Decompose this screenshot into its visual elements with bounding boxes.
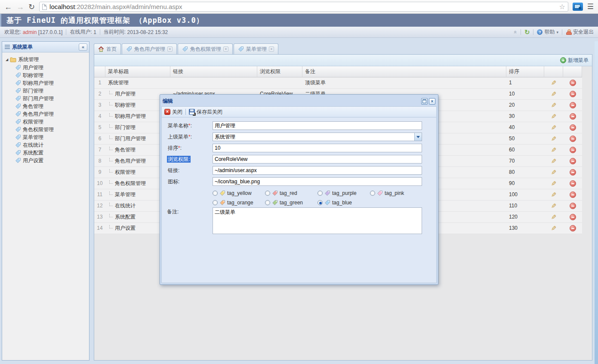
refresh-icon[interactable]: ↻ — [524, 28, 530, 36]
forward-icon[interactable]: → — [16, 3, 24, 11]
edit-pencil-icon[interactable]: ✎ — [551, 189, 557, 200]
tab-close-icon[interactable]: × — [167, 46, 173, 52]
sidebar-tree-item[interactable]: 职称用户管理 — [2, 79, 89, 87]
sidebar-tree-item[interactable]: 菜单管理 — [2, 133, 89, 141]
text-input[interactable] — [213, 155, 422, 163]
sidebar-tree-item[interactable]: 权限管理 — [2, 118, 89, 126]
edit-pencil-icon[interactable]: ✎ — [551, 100, 557, 111]
delete-icon[interactable] — [570, 113, 576, 120]
back-icon[interactable]: ← — [4, 3, 12, 11]
delete-icon[interactable] — [570, 124, 576, 131]
add-menu-button[interactable]: + 新增菜单 — [560, 57, 589, 64]
edit-pencil-icon[interactable]: ✎ — [551, 133, 557, 144]
header-sort[interactable]: 排序 — [506, 66, 544, 77]
tab[interactable]: 角色权限管理 × — [178, 43, 233, 54]
bookmark-star-icon[interactable]: ☆ — [559, 3, 565, 11]
maximize-icon[interactable] — [421, 98, 428, 105]
icon-radio-option[interactable]: tag_pink — [370, 188, 422, 198]
edit-pencil-icon[interactable]: ✎ — [551, 201, 557, 211]
url-bar[interactable]: localhost:20282/main.aspx#/admin/menu.as… — [39, 2, 568, 12]
text-input[interactable] — [213, 121, 422, 130]
delete-icon[interactable] — [570, 225, 576, 231]
edit-pencil-icon[interactable]: ✎ — [551, 89, 557, 99]
logout-button[interactable]: 安全退出 — [566, 28, 594, 36]
save-and-close-button[interactable]: × 保存后关闭 — [189, 108, 222, 116]
delete-icon[interactable] — [570, 180, 576, 187]
sidebar-tree-item[interactable]: 在线统计 — [2, 141, 89, 149]
text-input[interactable] — [213, 144, 422, 152]
row-number: 5 — [94, 122, 105, 133]
reload-icon[interactable]: ↻ — [28, 3, 35, 11]
header-note[interactable]: 备注 — [302, 66, 506, 77]
sidebar-tree-item[interactable]: 角色管理 — [2, 102, 89, 110]
tab[interactable]: 菜单管理 × — [234, 43, 278, 54]
delete-icon[interactable] — [570, 80, 576, 86]
delete-icon[interactable] — [570, 136, 576, 142]
icon-radio-option[interactable]: tag_yellow — [213, 188, 265, 198]
dialog-title-bar[interactable]: 编辑 × — [161, 96, 437, 106]
tab-label: 首页 — [106, 46, 117, 53]
tab-close-icon[interactable]: × — [269, 46, 274, 52]
delete-icon[interactable] — [570, 91, 576, 97]
radio-button[interactable] — [265, 191, 270, 196]
sidebar-tree-item[interactable]: 部门用户管理 — [2, 95, 89, 102]
tab-close-icon[interactable]: × — [223, 46, 228, 52]
icon-radio-option[interactable]: tag_orange — [213, 198, 265, 207]
radio-button[interactable] — [213, 200, 218, 205]
sidebar-tree-item[interactable]: 用户设置 — [2, 157, 89, 164]
icon-radio-option[interactable]: tag_green — [265, 198, 317, 207]
icon-radio-option[interactable]: tag_blue — [317, 198, 370, 207]
sidebar-tree-item[interactable]: 系统配置 — [2, 149, 89, 157]
radio-button[interactable] — [317, 191, 323, 196]
sidebar-tree-item[interactable]: 部门管理 — [2, 87, 89, 95]
edit-pencil-icon[interactable]: ✎ — [551, 156, 557, 167]
cell-sort: 10 — [506, 89, 544, 100]
icon-radio-option[interactable]: tag_purple — [317, 188, 370, 198]
chevron-down-icon[interactable] — [414, 133, 422, 141]
sidebar-tree-item[interactable]: 职称管理 — [2, 71, 89, 79]
delete-icon[interactable] — [570, 191, 576, 198]
radio-button[interactable] — [370, 191, 375, 196]
edit-pencil-icon[interactable]: ✎ — [551, 145, 557, 155]
edit-pencil-icon[interactable]: ✎ — [551, 167, 557, 178]
sidebar-tree-item[interactable]: 用户管理 — [2, 64, 89, 71]
header-link[interactable]: 链接 — [170, 66, 257, 77]
note-textarea[interactable]: 二级菜单 — [213, 207, 422, 234]
tree-root-node[interactable]: ◢ 系统管理 — [2, 55, 89, 64]
edit-pencil-icon[interactable]: ✎ — [551, 111, 557, 122]
delete-icon[interactable] — [570, 158, 576, 164]
tab[interactable]: 角色用户管理 × — [122, 43, 177, 54]
extension-icon[interactable] — [573, 3, 583, 11]
delete-icon[interactable] — [570, 214, 576, 220]
edit-pencil-icon[interactable]: ✎ — [551, 223, 557, 234]
close-icon[interactable]: × — [429, 98, 435, 105]
delete-icon[interactable] — [570, 203, 576, 209]
sidebar-collapse-button[interactable]: « — [79, 43, 87, 51]
delete-icon[interactable] — [570, 102, 576, 108]
delete-icon[interactable] — [570, 147, 576, 153]
radio-button[interactable] — [213, 191, 218, 196]
tab[interactable]: 首页 — [94, 43, 121, 54]
sidebar-tree-item[interactable]: 角色权限管理 — [2, 126, 89, 133]
radio-button[interactable] — [317, 200, 323, 205]
collapse-header-icon[interactable]: « — [512, 31, 519, 34]
edit-pencil-icon[interactable]: ✎ — [551, 122, 557, 133]
icon-radio-option[interactable]: tag_red — [265, 188, 317, 198]
header-permission[interactable]: 浏览权限 — [257, 66, 302, 77]
text-input[interactable] — [213, 166, 422, 175]
text-input[interactable] — [213, 177, 422, 186]
url-text[interactable]: localhost:20282/main.aspx#/admin/menu.as… — [49, 3, 556, 10]
edit-pencil-icon[interactable]: ✎ — [551, 212, 557, 222]
sidebar-tree-item[interactable]: 角色用户管理 — [2, 110, 89, 118]
radio-button[interactable] — [265, 200, 270, 205]
delete-icon[interactable] — [570, 169, 576, 176]
header-title[interactable]: 菜单标题 — [105, 66, 170, 77]
close-button[interactable]: × 关闭 — [164, 108, 182, 116]
online-users-label: 在线用户: — [70, 28, 92, 36]
help-button[interactable]: ? 帮助 ▾ — [537, 28, 558, 36]
select-input[interactable] — [213, 133, 422, 141]
edit-pencil-icon[interactable]: ✎ — [551, 77, 557, 88]
edit-pencil-icon[interactable]: ✎ — [551, 178, 557, 189]
tree-expand-icon[interactable]: ◢ — [6, 58, 8, 62]
browser-menu-icon[interactable]: ☰ — [587, 2, 594, 11]
